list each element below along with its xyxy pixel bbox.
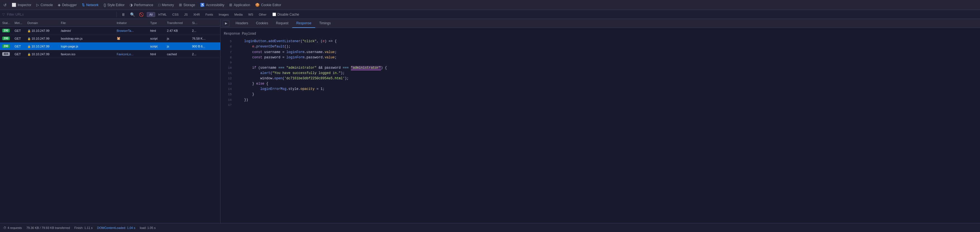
toolbar-application[interactable]: ⊞ Application bbox=[227, 2, 252, 8]
table-body: 200 GET 🔒10.10.247.99 /admin/ BrowserTa.… bbox=[0, 27, 220, 223]
table-row[interactable]: 404 GET 🔒10.10.247.99 favicon.ico Favico… bbox=[0, 50, 220, 58]
left-panel: Stat... Met... Domain File Initiator Typ… bbox=[0, 19, 221, 223]
filter-tag-fonts[interactable]: Fonts bbox=[203, 12, 216, 17]
line-content: } bbox=[236, 92, 978, 97]
toolbar: ↺ ⬜ Inspector ▷ Console ◈ Debugger ⇅ Net… bbox=[0, 0, 980, 10]
cell-transferred: js bbox=[166, 37, 191, 40]
line-number: 11 bbox=[223, 71, 232, 76]
pause-button[interactable]: ⏸ bbox=[120, 11, 127, 18]
status-bar: ⏱ 4 requests 79.36 KB / 79.93 KB transfe… bbox=[0, 223, 980, 232]
toolbar-performance[interactable]: ◑ Performance bbox=[127, 2, 156, 8]
status-badge: 200 bbox=[2, 29, 10, 32]
cell-status: 404 bbox=[1, 52, 13, 56]
filter-tag-media[interactable]: Media bbox=[232, 12, 245, 17]
code-line: 5 loginButton.addEventListener("click", … bbox=[221, 39, 980, 44]
cell-status: 200 bbox=[1, 37, 13, 40]
clear-button[interactable]: 🚫 bbox=[138, 11, 145, 18]
line-content: loginErrorMsg.style.opacity = 1; bbox=[236, 87, 978, 92]
reload-button[interactable]: ↺ bbox=[1, 1, 9, 9]
right-panel: ▶ Headers Cookies Request Response Timin… bbox=[221, 19, 980, 223]
filter-input[interactable] bbox=[7, 13, 113, 16]
storage-icon: ⊞ bbox=[179, 3, 182, 7]
toolbar-debugger[interactable]: ◈ Debugger bbox=[56, 2, 79, 8]
toolbar-accessibility[interactable]: ♿ Accessibility bbox=[198, 2, 226, 8]
line-number: 10 bbox=[223, 66, 232, 71]
table-row[interactable]: 200 GET 🔒10.10.247.99 /admin/ BrowserTa.… bbox=[0, 27, 220, 35]
play-button[interactable]: ▶ bbox=[223, 20, 229, 27]
filter-tag-css[interactable]: CSS bbox=[170, 12, 181, 17]
filter-bar: ▽ ⏸ 🔍 🚫 All HTML CSS JS XHR Fonts Images… bbox=[0, 10, 980, 19]
console-icon: ▷ bbox=[36, 3, 39, 7]
code-line: 7 const username = loginForm.username.va… bbox=[221, 50, 980, 55]
line-number: 12 bbox=[223, 76, 232, 81]
cell-file: login-page.js bbox=[60, 44, 116, 48]
search-button[interactable]: 🔍 bbox=[129, 11, 136, 18]
tab-response[interactable]: Response bbox=[292, 19, 315, 28]
filter-tag-images[interactable]: Images bbox=[216, 12, 231, 17]
performance-icon: ◑ bbox=[129, 3, 133, 7]
disable-cache-label[interactable]: Disable Cache bbox=[272, 13, 299, 16]
toolbar-storage[interactable]: ⊞ Storage bbox=[177, 2, 197, 8]
col-type: Type bbox=[149, 21, 166, 25]
network-icon: ⇅ bbox=[82, 3, 85, 7]
code-line: 8 const password = loginForm.password.va… bbox=[221, 55, 980, 60]
cookie-icon: 🍪 bbox=[255, 3, 259, 7]
col-file: File bbox=[60, 21, 116, 25]
tab-cookies[interactable]: Cookies bbox=[252, 19, 272, 28]
toolbar-inspector[interactable]: ⬜ Inspector bbox=[10, 2, 33, 8]
line-number: 5 bbox=[223, 39, 232, 44]
table-row[interactable]: 200 GET 🔒10.10.247.99 login-page.js scri… bbox=[0, 43, 220, 50]
dom-item: DOMContentLoaded: 1.04 s bbox=[97, 226, 135, 229]
toolbar-network[interactable]: ⇅ Network bbox=[80, 2, 101, 8]
cell-transferred: 2.47 KB bbox=[166, 29, 191, 32]
accessibility-icon: ♿ bbox=[200, 3, 205, 7]
filter-tag-all[interactable]: All bbox=[147, 12, 155, 17]
cell-initiator: 🐹 bbox=[116, 37, 149, 40]
status-badge: 200 bbox=[2, 44, 10, 48]
toolbar-cookie-editor[interactable]: 🍪 Cookie Editor bbox=[253, 2, 283, 8]
tab-request[interactable]: Request bbox=[272, 19, 293, 28]
line-number: 7 bbox=[223, 50, 232, 55]
cell-initiator: BrowserTa... bbox=[116, 29, 149, 32]
line-number: 8 bbox=[223, 55, 232, 60]
cell-type: html bbox=[149, 52, 166, 56]
transferred-label: 79.36 KB / 79.93 KB transferred bbox=[26, 226, 70, 229]
cell-status: 200 bbox=[1, 44, 13, 48]
load-label: load: 1.05 s bbox=[140, 226, 156, 229]
cell-method: GET bbox=[13, 44, 26, 48]
disable-cache-checkbox[interactable] bbox=[272, 13, 276, 16]
cell-domain: 🔒10.10.247.99 bbox=[26, 29, 60, 32]
toolbar-style-editor[interactable]: {} Style Editor bbox=[101, 2, 127, 8]
filter-tag-xhr[interactable]: XHR bbox=[191, 12, 202, 17]
toolbar-memory[interactable]: □ Memory bbox=[156, 2, 176, 8]
code-line: 13 } else { bbox=[221, 81, 980, 87]
filter-tag-other[interactable]: Other bbox=[256, 12, 269, 17]
cell-size: 76.58 KB 7... bbox=[191, 37, 208, 40]
line-content: } else { bbox=[236, 81, 978, 87]
cell-type: script bbox=[149, 37, 166, 40]
line-number: 14 bbox=[223, 87, 232, 92]
cell-transferred: js bbox=[166, 44, 191, 48]
response-area: Response Payload 5 loginButton.addEventL… bbox=[221, 28, 980, 223]
cell-transferred: cached bbox=[166, 52, 191, 56]
status-badge: 200 bbox=[2, 37, 10, 40]
code-line: 6 e.preventDefault(); bbox=[221, 44, 980, 49]
clock-item: ⏱ 4 requests bbox=[3, 226, 22, 229]
toolbar-console[interactable]: ▷ Console bbox=[34, 2, 55, 8]
code-line: 10 if (username === "administrator" && p… bbox=[221, 65, 980, 71]
cell-domain: 🔒10.10.247.99 bbox=[26, 52, 60, 56]
inspector-icon: ⬜ bbox=[12, 3, 16, 7]
filter-divider bbox=[116, 12, 117, 17]
line-content: window.open('dc7161be3dbf2250c8954e5.htm… bbox=[236, 76, 978, 81]
filter-tag-ws[interactable]: WS bbox=[246, 12, 256, 17]
table-row[interactable]: 200 GET 🔒10.10.247.99 bootstrap.min.js 🐹… bbox=[0, 35, 220, 43]
main-area: Stat... Met... Domain File Initiator Typ… bbox=[0, 19, 980, 223]
filter-tag-js[interactable]: JS bbox=[182, 12, 190, 17]
tab-headers[interactable]: Headers bbox=[232, 19, 252, 28]
line-content: const password = loginForm.password.valu… bbox=[236, 55, 978, 60]
tab-timings[interactable]: Timings bbox=[315, 19, 335, 28]
cell-method: GET bbox=[13, 37, 26, 40]
transferred-item: 79.36 KB / 79.93 KB transferred bbox=[26, 226, 70, 229]
filter-tag-html[interactable]: HTML bbox=[156, 12, 169, 17]
cell-type: html bbox=[149, 29, 166, 32]
